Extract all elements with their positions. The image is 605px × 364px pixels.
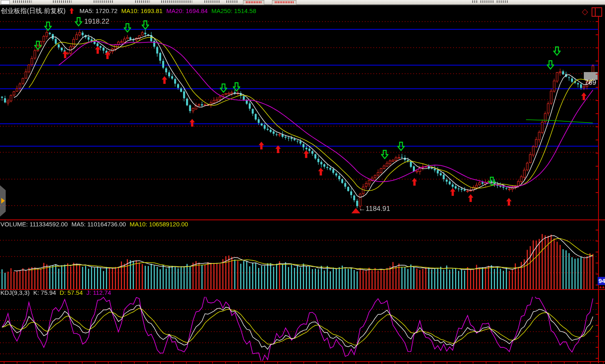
sell-signal-arrow (34, 41, 42, 50)
menu-item[interactable] (161, 0, 192, 3)
buy-signal-arrow (412, 178, 417, 186)
menu-item[interactable] (53, 0, 72, 3)
expand-arrow-icon (1, 198, 5, 204)
instrument-title: 创业板指(日线.前复权) (1, 7, 66, 14)
menu-item[interactable] (94, 0, 114, 3)
volume-axis-badge: 94 (598, 277, 605, 285)
kdj-value: J: 112.74 (86, 289, 111, 296)
high-price-annotation: 1918.22 (84, 18, 109, 26)
kdj-value: KDJ(9,3,3) (0, 289, 30, 296)
buy-signal-arrow (105, 51, 110, 59)
buy-signal-arrow (581, 92, 587, 100)
sell-signal-arrow (381, 150, 388, 159)
ma-value: MA20: 1694.84 (166, 7, 208, 14)
volume-header: VOLUME: 111334592.00MA5: 110164736.00MA1… (0, 221, 192, 228)
buy-signal-arrow (259, 142, 264, 149)
sell-signal-arrow (397, 142, 405, 151)
buy-button[interactable] (243, 0, 264, 5)
menu-item[interactable] (226, 0, 238, 3)
kdj-header: KDJ(9,3,3)K: 75.94D: 57.54J: 112.74 (0, 289, 115, 296)
buy-signal-arrow (95, 46, 101, 54)
kdj-value: K: 75.94 (33, 289, 56, 296)
low-marker-triangle (351, 208, 360, 213)
up-arrow-icon (69, 7, 74, 14)
buy-signal-arrow (275, 145, 281, 153)
trading-app-window: 创业板指(日线.前复权) MA5: 1720.72MA10: 1693.81MA… (0, 0, 605, 364)
menu-icon[interactable] (472, 0, 477, 3)
buy-signal-arrow (318, 168, 324, 175)
volume-value: MA10: 106589120.00 (129, 221, 188, 228)
sell-signal-arrow (75, 17, 82, 26)
sell-signal-arrow (124, 23, 131, 33)
menu-item[interactable] (13, 0, 32, 3)
sell-signal-arrow (233, 82, 240, 92)
menu-item[interactable] (204, 0, 221, 3)
buy-signal-arrow (450, 188, 456, 196)
kline-chart-canvas[interactable] (0, 0, 605, 364)
app-logo-icon (1, 0, 10, 4)
volume-value: VOLUME: 111334592.00 (0, 221, 68, 228)
buy-signal-arrow (62, 50, 68, 58)
last-price-annotation: 769 (585, 79, 596, 87)
buy-signal-arrow (506, 198, 512, 206)
buy-signal-arrow (162, 76, 167, 84)
sell-signal-arrow (488, 177, 495, 186)
menu-item[interactable] (480, 0, 494, 3)
volume-value: MA5: 110164736.00 (71, 221, 126, 228)
menu-item[interactable] (497, 0, 509, 3)
menu-bar (0, 0, 605, 5)
ma-value: MA10: 1693.81 (121, 7, 163, 14)
sidebar-flyout-handle[interactable] (0, 185, 6, 217)
ma-value: MA250: 1514.58 (211, 7, 256, 14)
low-price-annotation: ←1184.91 (359, 205, 390, 213)
split-window-icon[interactable] (592, 7, 602, 17)
buy-signal-arrow (468, 194, 473, 202)
ma-value: MA5: 1720.72 (79, 7, 117, 14)
kdj-value: D: 57.54 (60, 289, 83, 296)
sell-signal-arrow (553, 46, 561, 56)
main-chart-header: 创业板指(日线.前复权) MA5: 1720.72MA10: 1693.81MA… (1, 7, 263, 15)
ma-values: MA5: 1720.72MA10: 1693.81MA20: 1694.84MA… (79, 7, 260, 14)
sell-button[interactable] (272, 0, 296, 5)
sell-signal-arrow (142, 20, 149, 30)
diamond-tool-icon[interactable]: ◇ (582, 7, 588, 16)
sell-signal-arrow (547, 60, 554, 70)
sell-signal-arrow (44, 22, 52, 31)
menu-item[interactable] (135, 0, 150, 3)
buy-signal-arrow (303, 150, 309, 158)
buy-signal-arrow (189, 119, 195, 127)
sell-signal-arrow (220, 83, 227, 93)
